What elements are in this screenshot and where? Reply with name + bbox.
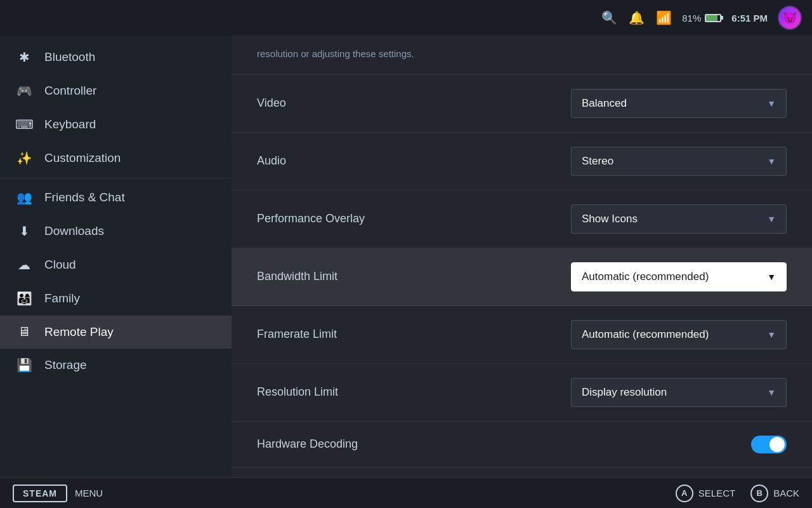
chevron-down-icon: ▼ bbox=[767, 156, 776, 166]
video-dropdown[interactable]: Balanced ▼ bbox=[571, 89, 787, 118]
bottombar-right: A SELECT B BACK bbox=[676, 485, 799, 502]
audio-value: Stereo bbox=[582, 155, 613, 168]
avatar[interactable]: 😈 bbox=[778, 6, 802, 30]
sidebar-item-label: Cloud bbox=[44, 258, 76, 272]
a-button: A bbox=[676, 485, 693, 502]
sidebar-item-family[interactable]: 👨‍👩‍👧 Family bbox=[0, 282, 232, 316]
setting-control-video: Balanced ▼ bbox=[571, 89, 787, 118]
chevron-down-icon: ▼ bbox=[767, 330, 776, 340]
select-label: SELECT bbox=[698, 488, 735, 498]
sidebar: ✱ Bluetooth 🎮 Controller ⌨ Keyboard ✨ Cu… bbox=[0, 36, 232, 478]
setting-label-framerate-limit: Framerate Limit bbox=[257, 328, 337, 341]
setting-control-resolution-limit: Display resolution ▼ bbox=[571, 378, 787, 407]
sidebar-item-label: Keyboard bbox=[44, 117, 96, 131]
video-value: Balanced bbox=[582, 97, 627, 110]
search-icon[interactable]: 🔍 bbox=[601, 10, 617, 25]
sidebar-item-customization[interactable]: ✨ Customization bbox=[0, 142, 232, 175]
chevron-down-icon: ▼ bbox=[767, 272, 776, 282]
setting-control-framerate-limit: Automatic (recommended) ▼ bbox=[571, 320, 787, 349]
toggle-knob bbox=[769, 437, 785, 452]
setting-control-performance-overlay: Show Icons ▼ bbox=[571, 204, 787, 234]
setting-label-bandwidth-limit: Bandwidth Limit bbox=[257, 270, 337, 283]
battery-fill bbox=[706, 15, 717, 21]
bandwidth-limit-dropdown[interactable]: Automatic (recommended) ▼ bbox=[571, 262, 787, 291]
setting-row-touch-controls: Touch Controls bbox=[232, 468, 812, 478]
performance-overlay-dropdown[interactable]: Show Icons ▼ bbox=[571, 204, 787, 234]
sidebar-item-label: Bluetooth bbox=[44, 50, 95, 64]
menu-label: MENU bbox=[75, 488, 103, 498]
setting-label-resolution-limit: Resolution Limit bbox=[257, 385, 338, 399]
sidebar-item-label: Customization bbox=[44, 151, 121, 165]
chevron-down-icon: ▼ bbox=[767, 98, 776, 109]
setting-label-hardware-decoding: Hardware Decoding bbox=[257, 438, 358, 451]
remoteplay-icon: 🖥 bbox=[15, 324, 33, 339]
setting-control-audio: Stereo ▼ bbox=[571, 147, 787, 176]
wifi-icon: 📶 bbox=[656, 10, 672, 25]
steam-menu-group: STEAM MENU bbox=[13, 485, 103, 502]
sidebar-item-label: Remote Play bbox=[44, 325, 114, 339]
keyboard-icon: ⌨ bbox=[15, 117, 33, 132]
sidebar-item-cloud[interactable]: ☁ Cloud bbox=[0, 248, 232, 282]
setting-row-audio: Audio Stereo ▼ bbox=[232, 133, 812, 190]
battery-percent: 81% bbox=[682, 13, 701, 23]
sidebar-divider-1 bbox=[0, 178, 232, 178]
hardware-decoding-toggle[interactable] bbox=[751, 436, 787, 453]
topbar-icons: 🔍 🔔 📶 bbox=[601, 10, 672, 25]
sidebar-item-controller[interactable]: 🎮 Controller bbox=[0, 74, 232, 108]
back-action: B BACK bbox=[750, 485, 799, 502]
chevron-down-icon: ▼ bbox=[767, 214, 776, 224]
back-label: BACK bbox=[773, 488, 799, 498]
time-display: 6:51 PM bbox=[731, 13, 768, 23]
main-layout: ✱ Bluetooth 🎮 Controller ⌨ Keyboard ✨ Cu… bbox=[0, 36, 812, 478]
b-button: B bbox=[750, 485, 768, 502]
sidebar-item-bluetooth[interactable]: ✱ Bluetooth bbox=[0, 41, 232, 74]
content-inner: resolution or adjusting these settings. … bbox=[232, 36, 812, 478]
sidebar-item-downloads[interactable]: ⬇ Downloads bbox=[0, 215, 232, 248]
audio-dropdown[interactable]: Stereo ▼ bbox=[571, 147, 787, 176]
family-icon: 👨‍👩‍👧 bbox=[15, 291, 33, 306]
setting-label-audio: Audio bbox=[257, 154, 286, 168]
steam-button[interactable]: STEAM bbox=[13, 485, 67, 502]
friends-icon: 👥 bbox=[15, 190, 33, 205]
setting-row-performance-overlay: Performance Overlay Show Icons ▼ bbox=[232, 190, 812, 248]
sidebar-item-remoteplay[interactable]: 🖥 Remote Play bbox=[0, 316, 232, 349]
bluetooth-icon: ✱ bbox=[15, 50, 33, 65]
notification-icon[interactable]: 🔔 bbox=[629, 10, 645, 25]
storage-icon: 💾 bbox=[15, 358, 33, 373]
select-action: A SELECT bbox=[676, 485, 735, 502]
performance-overlay-value: Show Icons bbox=[582, 213, 638, 225]
setting-label-performance-overlay: Performance Overlay bbox=[257, 212, 365, 225]
setting-row-bandwidth-limit: Bandwidth Limit Automatic (recommended) … bbox=[232, 248, 812, 306]
setting-row-resolution-limit: Resolution Limit Display resolution ▼ bbox=[232, 364, 812, 422]
downloads-icon: ⬇ bbox=[15, 224, 33, 239]
setting-label-video: Video bbox=[257, 97, 286, 110]
top-note: resolution or adjusting these settings. bbox=[232, 36, 812, 75]
chevron-down-icon: ▼ bbox=[767, 387, 776, 398]
sidebar-item-keyboard[interactable]: ⌨ Keyboard bbox=[0, 108, 232, 142]
cloud-icon: ☁ bbox=[15, 257, 33, 272]
bottombar: STEAM MENU A SELECT B BACK bbox=[0, 478, 812, 508]
battery-info: 81% bbox=[682, 13, 721, 23]
setting-row-framerate-limit: Framerate Limit Automatic (recommended) … bbox=[232, 306, 812, 364]
sidebar-item-friends[interactable]: 👥 Friends & Chat bbox=[0, 181, 232, 215]
topbar: 🔍 🔔 📶 81% 6:51 PM 😈 bbox=[0, 0, 812, 36]
sidebar-item-label: Family bbox=[44, 291, 80, 305]
content-area: resolution or adjusting these settings. … bbox=[232, 36, 812, 478]
setting-row-hardware-decoding: Hardware Decoding bbox=[232, 422, 812, 468]
setting-control-bandwidth-limit: Automatic (recommended) ▼ bbox=[571, 262, 787, 291]
customization-icon: ✨ bbox=[15, 150, 33, 166]
framerate-limit-value: Automatic (recommended) bbox=[582, 328, 709, 341]
sidebar-item-label: Friends & Chat bbox=[44, 190, 125, 204]
resolution-limit-value: Display resolution bbox=[582, 386, 667, 399]
setting-row-video: Video Balanced ▼ bbox=[232, 75, 812, 133]
sidebar-item-label: Downloads bbox=[44, 224, 104, 238]
sidebar-item-label: Storage bbox=[44, 358, 87, 372]
hardware-decoding-toggle-container bbox=[571, 436, 787, 453]
controller-icon: 🎮 bbox=[15, 83, 33, 98]
resolution-limit-dropdown[interactable]: Display resolution ▼ bbox=[571, 378, 787, 407]
bandwidth-limit-value: Automatic (recommended) bbox=[582, 271, 709, 283]
battery-bar bbox=[705, 14, 721, 22]
sidebar-item-storage[interactable]: 💾 Storage bbox=[0, 349, 232, 382]
framerate-limit-dropdown[interactable]: Automatic (recommended) ▼ bbox=[571, 320, 787, 349]
sidebar-item-label: Controller bbox=[44, 84, 96, 98]
